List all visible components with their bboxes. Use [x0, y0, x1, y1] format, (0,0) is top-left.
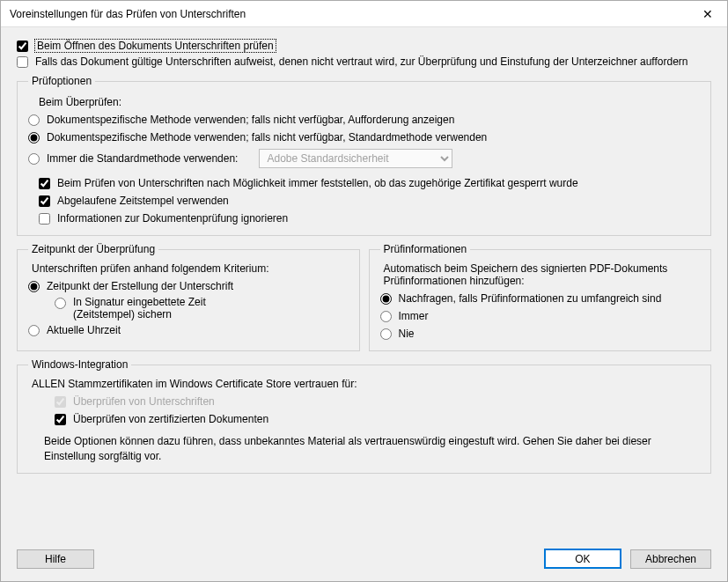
check-win-signatures-label: Überprüfen von Unterschriften: [73, 395, 215, 408]
window-title: Voreinstellungen für das Prüfen von Unte…: [10, 8, 688, 20]
method-select[interactable]: Adobe Standardsicherheit: [259, 149, 452, 168]
check-expired-ts-label: Abgelaufene Zeitstempel verwenden: [57, 195, 229, 207]
pruefinfo-sublabel2: Prüfinformationen hinzufügen:: [384, 275, 701, 287]
radio-time-embedded[interactable]: In Signatur eingebettete Zeit (Zeitstemp…: [55, 296, 349, 320]
radio-method-default-label: Dokumentspezifische Methode verwenden; f…: [47, 131, 487, 144]
group-windows: Windows-Integration ALLEN Stammzertifika…: [17, 358, 711, 474]
pruefinfo-sublabel1: Automatisch beim Speichern des signierte…: [384, 262, 701, 275]
ok-button[interactable]: OK: [544, 549, 621, 569]
radio-time-creation-label: Zeitpunkt der Erstellung der Unterschrif…: [47, 280, 233, 292]
group-pruefoptionen: Prüfoptionen Beim Überprüfen: Dokumentsp…: [17, 75, 711, 236]
radio-time-creation[interactable]: Zeitpunkt der Erstellung der Unterschrif…: [28, 280, 349, 292]
windows-sublabel: ALLEN Stammzertifikaten im Windows Certi…: [32, 378, 700, 390]
group-zeitpunkt: Zeitpunkt der Überprüfung Unterschriften…: [17, 243, 360, 351]
dialog-content: Beim Öffnen des Dokuments Unterschriften…: [1, 27, 727, 541]
radio-info-never-input[interactable]: [380, 328, 392, 340]
close-button[interactable]: ✕: [688, 1, 727, 27]
radio-method-always[interactable]: Immer die Standardmethode verwenden: Ado…: [28, 149, 700, 168]
check-untrusted-prompt[interactable]: Falls das Dokument gültige Unterschrifte…: [17, 55, 711, 68]
group-pruefinfo: Prüfinformationen Automatisch beim Speic…: [369, 243, 712, 351]
radio-time-current-input[interactable]: [28, 325, 40, 336]
check-expired-ts-box[interactable]: [39, 195, 50, 207]
radio-method-always-label: Immer die Standardmethode verwenden:: [47, 152, 238, 165]
radio-method-prompt[interactable]: Dokumentspezifische Methode verwenden; f…: [28, 114, 700, 126]
radio-method-default-input[interactable]: [28, 132, 40, 144]
check-expired-ts[interactable]: Abgelaufene Zeitstempel verwenden: [39, 195, 700, 207]
zeitpunkt-sublabel: Unterschriften prüfen anhand folgendem K…: [32, 262, 349, 275]
help-button[interactable]: Hilfe: [17, 549, 94, 569]
check-untrusted-prompt-label: Falls das Dokument gültige Unterschrifte…: [35, 55, 688, 68]
group-zeitpunkt-legend: Zeitpunkt der Überprüfung: [28, 243, 158, 255]
group-pruefinfo-legend: Prüfinformationen: [380, 243, 471, 255]
radio-info-always-label: Immer: [399, 310, 429, 322]
radio-time-creation-input[interactable]: [28, 281, 40, 292]
dialog-window: Voreinstellungen für das Prüfen von Unte…: [0, 0, 728, 582]
radio-method-prompt-label: Dokumentspezifische Methode verwenden; f…: [47, 114, 454, 126]
check-ignore-docinfo-box[interactable]: [39, 213, 50, 225]
radio-info-never-label: Nie: [399, 328, 415, 340]
check-win-signatures-box: [55, 396, 66, 408]
check-verify-on-open-box[interactable]: [17, 41, 28, 52]
windows-note: Beide Optionen können dazu führen, dass …: [44, 434, 678, 464]
radio-method-prompt-input[interactable]: [28, 114, 40, 126]
radio-method-default[interactable]: Dokumentspezifische Methode verwenden; f…: [28, 131, 700, 144]
check-verify-on-open[interactable]: Beim Öffnen des Dokuments Unterschriften…: [17, 40, 711, 52]
check-revocation-label: Beim Prüfen von Unterschriften nach Mögl…: [57, 177, 578, 189]
radio-time-embedded-label: In Signatur eingebettete Zeit (Zeitstemp…: [73, 296, 206, 320]
group-pruefoptionen-legend: Prüfoptionen: [28, 75, 95, 87]
check-win-certified-label: Überprüfen von zertifizierten Dokumenten: [73, 413, 268, 425]
pruefoptionen-sublabel: Beim Überprüfen:: [39, 96, 700, 108]
radio-time-current[interactable]: Aktuelle Uhrzeit: [28, 324, 349, 336]
radio-info-never[interactable]: Nie: [380, 328, 701, 340]
button-bar: Hilfe OK Abbrechen: [1, 541, 727, 581]
radio-info-ask-input[interactable]: [380, 293, 392, 305]
check-ignore-docinfo[interactable]: Informationen zur Dokumentenprüfung igno…: [39, 212, 700, 225]
check-win-signatures: Überprüfen von Unterschriften: [55, 395, 700, 408]
radio-method-always-input[interactable]: [28, 153, 40, 165]
radio-info-ask[interactable]: Nachfragen, falls Prüfinformationen zu u…: [380, 292, 701, 305]
cancel-button[interactable]: Abbrechen: [630, 549, 711, 569]
check-ignore-docinfo-label: Informationen zur Dokumentenprüfung igno…: [57, 212, 288, 225]
check-revocation-box[interactable]: [39, 178, 50, 189]
check-verify-on-open-label: Beim Öffnen des Dokuments Unterschriften…: [35, 40, 276, 52]
check-revocation[interactable]: Beim Prüfen von Unterschriften nach Mögl…: [39, 177, 700, 189]
check-untrusted-prompt-box[interactable]: [17, 56, 28, 68]
radio-time-embedded-input[interactable]: [55, 298, 66, 309]
check-win-certified-box[interactable]: [55, 414, 66, 425]
radio-info-always[interactable]: Immer: [380, 310, 701, 322]
radio-info-always-input[interactable]: [380, 311, 392, 322]
check-win-certified[interactable]: Überprüfen von zertifizierten Dokumenten: [55, 413, 700, 425]
titlebar: Voreinstellungen für das Prüfen von Unte…: [1, 1, 727, 27]
group-windows-legend: Windows-Integration: [28, 358, 131, 371]
radio-info-ask-label: Nachfragen, falls Prüfinformationen zu u…: [399, 292, 662, 305]
radio-time-current-label: Aktuelle Uhrzeit: [47, 324, 121, 336]
